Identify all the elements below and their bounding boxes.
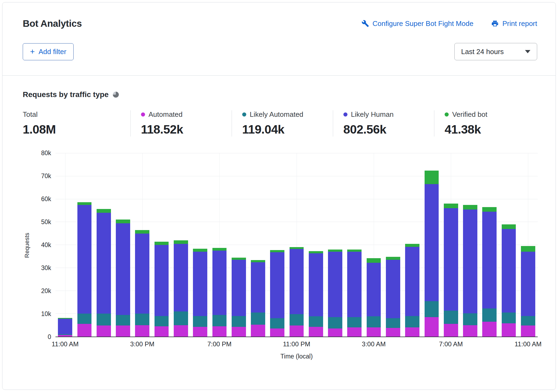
bar-segment-verified-bot[interactable] — [367, 258, 381, 263]
bar-segment-likely-automated[interactable] — [444, 311, 458, 324]
bar-segment-verified-bot[interactable] — [251, 260, 265, 262]
bar-column[interactable] — [403, 153, 422, 337]
bar-column[interactable] — [306, 153, 326, 337]
bar-segment-automated[interactable] — [155, 326, 169, 337]
stacked-bar[interactable] — [367, 153, 381, 337]
bar-segment-automated[interactable] — [502, 323, 516, 337]
bar-segment-automated[interactable] — [270, 328, 284, 337]
stacked-bar[interactable] — [174, 153, 188, 337]
bar-segment-verified-bot[interactable] — [405, 244, 419, 247]
bar-segment-verified-bot[interactable] — [463, 205, 477, 210]
bar-segment-likely-human[interactable] — [116, 223, 130, 315]
bar-segment-likely-human[interactable] — [270, 252, 284, 318]
bar-segment-likely-human[interactable] — [502, 229, 516, 313]
bar-segment-likely-automated[interactable] — [251, 313, 265, 325]
bar-segment-likely-automated[interactable] — [290, 314, 304, 325]
bar-segment-automated[interactable] — [425, 317, 439, 337]
stacked-bar[interactable] — [97, 153, 111, 337]
bar-segment-verified-bot[interactable] — [425, 171, 439, 184]
bar-column[interactable] — [480, 153, 499, 337]
bar-column[interactable] — [383, 153, 403, 337]
stacked-bar[interactable] — [386, 153, 400, 337]
stacked-bar[interactable] — [328, 153, 342, 337]
bar-segment-verified-bot[interactable] — [444, 204, 458, 208]
bar-segment-likely-human[interactable] — [482, 212, 497, 308]
bar-column[interactable] — [248, 153, 268, 337]
stacked-bar[interactable] — [482, 153, 497, 337]
bar-segment-automated[interactable] — [212, 326, 227, 337]
bar-segment-automated[interactable] — [174, 325, 188, 337]
bar-segment-likely-automated[interactable] — [405, 316, 419, 327]
stacked-bar[interactable] — [290, 153, 304, 337]
bar-segment-likely-human[interactable] — [232, 260, 246, 316]
bar-column[interactable] — [191, 153, 210, 337]
bar-segment-automated[interactable] — [251, 325, 265, 337]
bar-segment-likely-human[interactable] — [367, 263, 381, 316]
bar-column[interactable] — [113, 153, 133, 337]
bar-segment-likely-human[interactable] — [155, 245, 169, 316]
bar-segment-verified-bot[interactable] — [232, 258, 246, 260]
bar-segment-automated[interactable] — [347, 327, 362, 337]
bar-column[interactable] — [229, 153, 248, 337]
stacked-bar[interactable] — [521, 153, 535, 337]
bar-segment-likely-human[interactable] — [386, 260, 400, 318]
stacked-bar[interactable] — [212, 153, 227, 337]
stacked-bar[interactable] — [116, 153, 130, 337]
bar-segment-likely-human[interactable] — [444, 208, 458, 311]
bar-segment-likely-human[interactable] — [425, 184, 439, 301]
bar-segment-automated[interactable] — [521, 325, 535, 337]
stacked-bar[interactable] — [444, 153, 458, 337]
stacked-bar[interactable] — [251, 153, 265, 337]
bar-segment-verified-bot[interactable] — [521, 246, 535, 252]
bar-segment-likely-automated[interactable] — [502, 313, 516, 323]
bar-segment-likely-automated[interactable] — [232, 316, 246, 327]
stacked-bar[interactable] — [425, 153, 439, 337]
bar-column[interactable] — [499, 153, 518, 337]
bar-segment-likely-human[interactable] — [328, 252, 342, 317]
bar-segment-likely-human[interactable] — [251, 262, 265, 313]
stacked-bar[interactable] — [463, 153, 477, 337]
bar-column[interactable] — [422, 153, 441, 337]
stacked-bar[interactable] — [77, 153, 92, 337]
bar-segment-verified-bot[interactable] — [328, 250, 342, 252]
bar-segment-automated[interactable] — [58, 335, 72, 337]
bar-segment-likely-human[interactable] — [97, 213, 111, 314]
stacked-bar[interactable] — [405, 153, 419, 337]
bar-segment-likely-automated[interactable] — [328, 317, 342, 328]
bar-segment-verified-bot[interactable] — [135, 230, 149, 234]
bar-column[interactable] — [326, 153, 345, 337]
bar-column[interactable] — [441, 153, 461, 337]
bar-segment-verified-bot[interactable] — [482, 207, 497, 212]
bar-column[interactable] — [210, 153, 229, 337]
stacked-bar[interactable] — [309, 153, 323, 337]
bar-segment-automated[interactable] — [482, 322, 497, 337]
bar-segment-likely-automated[interactable] — [97, 314, 111, 325]
bar-segment-verified-bot[interactable] — [347, 250, 362, 252]
bar-segment-automated[interactable] — [290, 325, 304, 337]
bar-column[interactable] — [133, 153, 152, 337]
stacked-bar[interactable] — [270, 153, 284, 337]
stacked-bar[interactable] — [502, 153, 516, 337]
bar-segment-verified-bot[interactable] — [270, 250, 284, 252]
bar-column[interactable] — [268, 153, 287, 337]
bar-column[interactable] — [75, 153, 94, 337]
bar-segment-likely-human[interactable] — [212, 251, 227, 315]
bar-segment-automated[interactable] — [193, 327, 207, 337]
bar-segment-verified-bot[interactable] — [174, 240, 188, 244]
stat-likely-human[interactable]: Likely Human 802.56k — [333, 110, 434, 137]
bar-segment-automated[interactable] — [309, 327, 323, 337]
bar-segment-verified-bot[interactable] — [77, 202, 92, 205]
stat-automated[interactable]: Automated 118.52k — [130, 110, 232, 137]
bar-segment-automated[interactable] — [135, 325, 149, 337]
print-report-link[interactable]: Print report — [491, 19, 537, 28]
bar-segment-likely-automated[interactable] — [521, 316, 535, 326]
add-filter-button[interactable]: + Add filter — [23, 43, 74, 60]
bar-segment-verified-bot[interactable] — [309, 251, 323, 253]
stacked-bar[interactable] — [347, 153, 362, 337]
stat-verified-bot[interactable]: Verified bot 41.38k — [434, 110, 535, 137]
bar-segment-likely-automated[interactable] — [463, 313, 477, 325]
bar-segment-verified-bot[interactable] — [212, 248, 227, 251]
bar-segment-likely-automated[interactable] — [347, 317, 362, 327]
bar-segment-verified-bot[interactable] — [116, 220, 130, 223]
bar-segment-likely-automated[interactable] — [367, 316, 381, 327]
